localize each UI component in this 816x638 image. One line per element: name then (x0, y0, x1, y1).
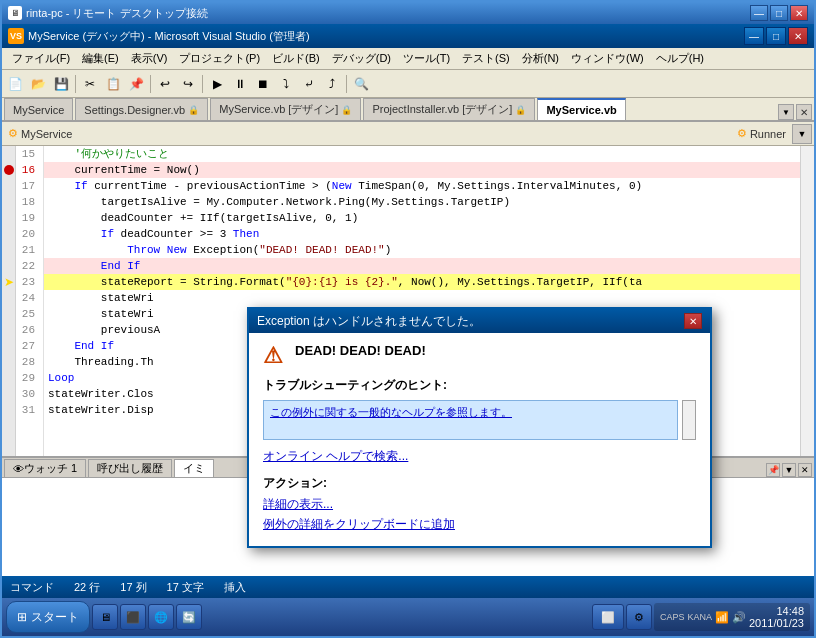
line-num-22: 22 (16, 258, 39, 274)
line-num-20: 20 (16, 226, 39, 242)
start-button[interactable]: ⊞ スタート (6, 601, 90, 633)
taskbar-app-2[interactable]: ⬛ (120, 604, 146, 630)
dialog-close-btn[interactable]: ✕ (684, 313, 702, 329)
line-num-25: 25 (16, 306, 39, 322)
taskbar-app-5[interactable]: ⬜ (592, 604, 624, 630)
dialog-actions: アクション: 詳細の表示... 例外の詳細をクリップボードに追加 (263, 475, 696, 533)
menu-build[interactable]: ビルド(B) (266, 49, 326, 68)
toolbar-btn-step-in[interactable]: ⤶ (298, 73, 320, 95)
toolbar-btn-debug-pause[interactable]: ⏸ (229, 73, 251, 95)
line-num-21: 21 (16, 242, 39, 258)
menu-view[interactable]: 表示(V) (125, 49, 174, 68)
toolbar-btn-debug-stop[interactable]: ⏹ (252, 73, 274, 95)
code-line-23: stateReport = String.Format("{0}:{1} is … (44, 274, 800, 290)
taskbar-app-6[interactable]: ⚙ (626, 604, 652, 630)
rdp-close[interactable]: ✕ (790, 5, 808, 21)
speaker-icon: 🔊 (732, 611, 746, 624)
lock-icon-2: 🔒 (341, 105, 352, 115)
menu-debug[interactable]: デバッグ(D) (326, 49, 397, 68)
toolbar-btn-6[interactable]: 📌 (125, 73, 147, 95)
menu-edit[interactable]: 編集(E) (76, 49, 125, 68)
menu-file[interactable]: ファイル(F) (6, 49, 76, 68)
toolbar-btn-5[interactable]: 📋 (102, 73, 124, 95)
member-icon: ⚙ (737, 127, 747, 140)
toolbar-btn-find[interactable]: 🔍 (350, 73, 372, 95)
vs-minimize[interactable]: — (744, 27, 764, 45)
tab-projectinstaller[interactable]: ProjectInstaller.vb [デザイン] 🔒 (363, 98, 535, 120)
class-nav-label: ⚙ MyService (2, 127, 78, 140)
menu-help[interactable]: ヘルプ(H) (650, 49, 710, 68)
code-navbar: ⚙ MyService ⚙ Runner ▼ (2, 122, 814, 146)
line-num-24: 24 (16, 290, 39, 306)
toolbar-btn-step-out[interactable]: ⤴ (321, 73, 343, 95)
code-line-19: deadCounter += IIf(targetIsAlive, 0, 1) (44, 210, 800, 226)
toolbar-btn-undo[interactable]: ↩ (154, 73, 176, 95)
tab-close-btn[interactable]: ✕ (796, 104, 812, 120)
rdp-maximize[interactable]: □ (770, 5, 788, 21)
action-details[interactable]: 詳細の表示... (263, 496, 696, 513)
code-line-17: If currentTime - previousActionTime > (N… (44, 178, 800, 194)
hint-link[interactable]: この例外に関する一般的なヘルプを参照します。 (270, 406, 512, 418)
menu-project[interactable]: プロジェクト(P) (173, 49, 266, 68)
nav-dropdown-btn[interactable]: ▼ (792, 124, 812, 144)
indicator-8 (2, 258, 15, 274)
line-num-28: 28 (16, 354, 39, 370)
indicator-breakpoint (2, 162, 15, 178)
tab-myservice-design[interactable]: MyService.vb [デザイン] 🔒 (210, 98, 361, 120)
bottom-tab-callstack[interactable]: 呼び出し履歴 (88, 459, 172, 477)
taskbar-app-1[interactable]: 🖥 (92, 604, 118, 630)
menu-window[interactable]: ウィンドウ(W) (565, 49, 650, 68)
member-nav-label: ⚙ Runner (731, 127, 792, 140)
menu-analyze[interactable]: 分析(N) (516, 49, 565, 68)
tab-settings-designer[interactable]: Settings.Designer.vb 🔒 (75, 98, 208, 120)
editor-scrollbar[interactable] (800, 146, 814, 456)
toolbar-btn-1[interactable]: 📄 (4, 73, 26, 95)
systray: CAPS KANA 📶 🔊 14:48 2011/01/23 (654, 603, 810, 631)
vs-close[interactable]: ✕ (788, 27, 808, 45)
line-num-26: 26 (16, 322, 39, 338)
toolbar-btn-debug-start[interactable]: ▶ (206, 73, 228, 95)
start-label: スタート (31, 609, 79, 626)
hint-scrollbar[interactable] (682, 400, 696, 440)
menu-tools[interactable]: ツール(T) (397, 49, 456, 68)
vs-maximize[interactable]: □ (766, 27, 786, 45)
line-num-18: 18 (16, 194, 39, 210)
bottom-tab-watch[interactable]: 👁 ウォッチ 1 (4, 459, 86, 477)
dialog-title: Exception はハンドルされませんでした。 (257, 313, 684, 330)
code-line-21: Throw New Exception("DEAD! DEAD! DEAD!") (44, 242, 800, 258)
clock-date: 2011/01/23 (749, 617, 804, 629)
search-link[interactable]: オンライン ヘルプで検索... (263, 448, 696, 465)
bottom-dropdown[interactable]: ▼ (782, 463, 796, 477)
status-command: コマンド (10, 580, 54, 595)
toolbar-btn-save[interactable]: 💾 (50, 73, 72, 95)
line-num-15: 15 (16, 146, 39, 162)
toolbar-btn-2[interactable]: 📂 (27, 73, 49, 95)
toolbar-sep-4 (346, 75, 347, 93)
taskbar: ⊞ スタート 🖥 ⬛ 🌐 🔄 ⬜ ⚙ CAPS KANA 📶 🔊 14:48 2… (2, 598, 814, 636)
statusbar: コマンド 22 行 17 列 17 文字 挿入 (2, 576, 814, 598)
tab-myservice-vb[interactable]: MyService.vb (537, 98, 625, 120)
dialog-message-text: DEAD! DEAD! DEAD! (295, 343, 426, 358)
taskbar-app-4[interactable]: 🔄 (176, 604, 202, 630)
breakpoint-dot (4, 165, 14, 175)
network-icon: 📶 (715, 611, 729, 624)
menu-test[interactable]: テスト(S) (456, 49, 516, 68)
bottom-pin[interactable]: 📌 (766, 463, 780, 477)
taskbar-app-3[interactable]: 🌐 (148, 604, 174, 630)
tabbar: MyService Settings.Designer.vb 🔒 MyServi… (2, 98, 814, 122)
rdp-icon: 🖥 (8, 6, 22, 20)
action-clipboard[interactable]: 例外の詳細をクリップボードに追加 (263, 516, 696, 533)
toolbar-btn-redo[interactable]: ↪ (177, 73, 199, 95)
indicator-column: ➤ (2, 146, 16, 456)
rdp-minimize[interactable]: — (750, 5, 768, 21)
hint-text-box: この例外に関する一般的なヘルプを参照します。 (263, 400, 696, 448)
toolbar-btn-step-over[interactable]: ⤵ (275, 73, 297, 95)
tab-dropdown-btn[interactable]: ▼ (778, 104, 794, 120)
bottom-tab-immediate[interactable]: イミ (174, 459, 214, 477)
dialog-body: ⚠ DEAD! DEAD! DEAD! トラブルシューティングのヒント: この例… (249, 333, 710, 546)
status-col: 17 列 (120, 580, 146, 595)
dialog-hint-box: この例外に関する一般的なヘルプを参照します。 (263, 400, 678, 440)
tab-myservice[interactable]: MyService (4, 98, 73, 120)
bottom-close[interactable]: ✕ (798, 463, 812, 477)
toolbar-btn-4[interactable]: ✂ (79, 73, 101, 95)
